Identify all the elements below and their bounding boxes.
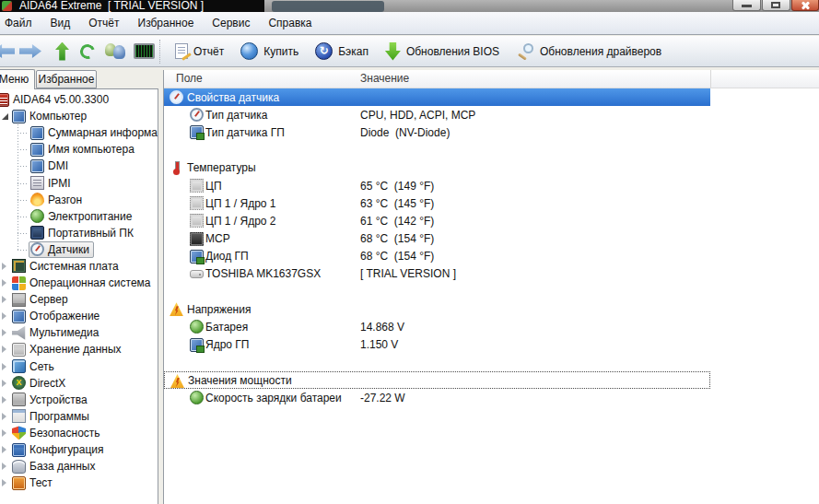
toolbar-button-mag[interactable]: Обновления драйверов [508, 39, 670, 64]
sidebar-item[interactable]: IPMI [0, 174, 158, 191]
menu-item[interactable]: Вид [41, 12, 80, 34]
maximize-button[interactable] [762, 0, 790, 11]
value-label: CPU, HDD, ACPI, MCP [360, 109, 475, 122]
chevron-right-icon[interactable] [2, 396, 6, 404]
sidebar-item[interactable]: Сеть [0, 358, 158, 375]
table-row[interactable]: Диод ГП68 °C (154 °F) [164, 248, 710, 265]
field-label: Скорость зарядки батареи [205, 392, 342, 404]
section-row[interactable]: Значения мощности [164, 371, 710, 389]
sidebar-item[interactable]: База данных [0, 458, 158, 475]
thermometer-icon [170, 161, 183, 175]
sidebar-item[interactable]: DirectX [0, 375, 158, 392]
chevron-right-icon[interactable] [2, 329, 6, 336]
table-row[interactable]: ЦП 1 / Ядро 261 °C (142 °F) [164, 212, 710, 229]
column-header-value[interactable]: Значение [360, 72, 409, 85]
chevron-right-icon[interactable] [2, 479, 6, 486]
users-icon[interactable] [104, 42, 126, 60]
table-row[interactable]: Скорость зарядки батареи-27.22 W [164, 389, 710, 406]
tab-favorites[interactable]: Избранное [36, 70, 97, 88]
chevron-right-icon[interactable] [2, 312, 6, 320]
sidebar-item[interactable]: Суммарная информация [0, 124, 158, 141]
display-icon [12, 310, 26, 323]
forward-icon[interactable] [19, 44, 41, 58]
sidebar-item[interactable]: Программы [0, 408, 158, 425]
chevron-right-icon[interactable] [2, 413, 6, 420]
remote-monitor-icon[interactable] [134, 43, 155, 59]
sidebar-item[interactable]: Отображение [0, 308, 158, 324]
sidebar-item[interactable]: Операционная система [0, 275, 158, 291]
toolbar-button-globe[interactable]: Купить [232, 39, 307, 64]
title-bar[interactable]: AIDA64 Extreme [ TRIAL VERSION ] [0, 0, 819, 12]
computer-icon [12, 110, 26, 123]
sidebar-item[interactable]: Разгон [0, 192, 158, 208]
section-row[interactable]: Температуры [164, 159, 710, 177]
chevron-right-icon[interactable] [2, 429, 6, 437]
sidebar-item[interactable]: Имя компьютера [0, 141, 158, 158]
sidebar-item-label: База данных [29, 460, 95, 473]
sidebar-item[interactable]: Хранение данных [0, 341, 158, 357]
sidebar-item[interactable]: AIDA64 v5.00.3300 [0, 91, 158, 108]
sidebar-item-label: Системная плата [29, 260, 119, 273]
sidebar-item[interactable]: Портативный ПК [0, 225, 158, 241]
security-icon [12, 426, 26, 440]
back-icon[interactable] [0, 44, 15, 58]
sidebar-item[interactable]: Датчики [0, 241, 158, 258]
toolbar-button-backup[interactable]: Бэкап [307, 39, 377, 64]
backup-icon [315, 42, 333, 60]
chevron-right-icon[interactable] [2, 296, 6, 303]
menu-item[interactable]: Избранное [129, 12, 204, 34]
menu-item[interactable]: Справка [259, 12, 321, 34]
menu-item[interactable]: Файл [0, 12, 41, 34]
gpu-icon [190, 250, 204, 264]
table-row[interactable]: ЦП65 °C (149 °F) [164, 177, 710, 194]
menu-item[interactable]: Отчёт [79, 12, 128, 34]
table-row[interactable]: ЦП 1 / Ядро 163 °C (145 °F) [164, 194, 710, 212]
table-row[interactable]: TOSHIBA MK1637GSX[ TRIAL VERSION ] [164, 265, 710, 283]
section-row[interactable]: Напряжения [164, 300, 710, 318]
chevron-right-icon[interactable] [2, 346, 6, 353]
sidebar-item[interactable]: Сервер [0, 291, 158, 308]
aida-icon [0, 93, 9, 107]
chevron-right-icon[interactable] [2, 279, 6, 287]
up-icon[interactable] [55, 42, 69, 61]
gauge-icon [30, 242, 44, 256]
table-row[interactable]: Ядро ГП1.150 V [164, 336, 710, 354]
table-row[interactable]: Батарея14.868 V [164, 318, 710, 335]
sidebar-item[interactable]: Компьютер [0, 108, 158, 124]
chevron-right-icon[interactable] [2, 363, 6, 370]
toolbar-separator [159, 40, 160, 64]
chevron-right-icon[interactable] [2, 380, 6, 387]
menu-item[interactable]: Сервис [203, 12, 259, 34]
toolbar-button-label: Купить [263, 45, 298, 58]
close-button[interactable] [791, 0, 819, 11]
sidebar-item[interactable]: DMI [0, 158, 158, 174]
column-separator[interactable] [710, 70, 711, 88]
table-row[interactable]: MCP68 °C (154 °F) [164, 230, 710, 248]
table-row[interactable]: Тип датчика ГПDiode (NV-Diode) [164, 123, 710, 141]
sidebar-item[interactable]: Безопасность [0, 425, 158, 441]
plug-icon [30, 209, 44, 223]
sidebar-item[interactable]: Мультимедиа [0, 324, 158, 341]
chevron-right-icon[interactable] [2, 263, 6, 270]
flame-icon [30, 193, 44, 206]
column-header-field[interactable]: Поле [176, 72, 203, 85]
refresh-icon[interactable] [77, 41, 97, 61]
minimize-button[interactable] [732, 0, 761, 11]
table-row[interactable]: Тип датчикаCPU, HDD, ACPI, MCP [164, 106, 710, 123]
sidebar-item[interactable]: Устройства [0, 392, 158, 408]
gpu-icon [190, 338, 204, 352]
chevron-right-icon[interactable] [2, 463, 6, 470]
section-row[interactable]: Свойства датчика [164, 88, 710, 106]
tab-menu[interactable]: Меню [0, 69, 35, 89]
toolbar-button-bios[interactable]: Обновления BIOS [377, 39, 508, 64]
toolbar-button-report[interactable]: Отчёт [167, 39, 232, 64]
toolbar-button-label: Обновления BIOS [406, 45, 499, 58]
chevron-expanded-icon[interactable] [2, 113, 8, 120]
sidebar-item[interactable]: Тест [0, 475, 158, 491]
sidebar-item[interactable]: Конфигурация [0, 441, 158, 458]
app-icon [2, 1, 12, 11]
column-header-row[interactable]: Поле Значение [164, 70, 819, 88]
sidebar-item[interactable]: Системная плата [0, 258, 158, 275]
sidebar-item[interactable]: Электропитание [0, 208, 158, 225]
chevron-right-icon[interactable] [2, 446, 6, 453]
